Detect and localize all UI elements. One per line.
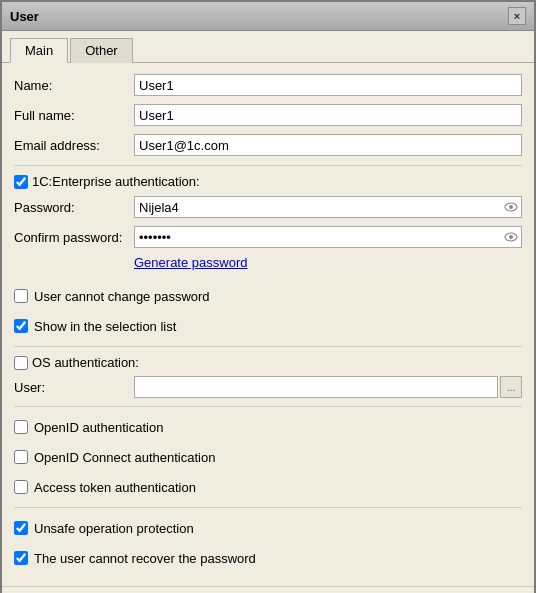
browse-button[interactable]: ... bbox=[500, 376, 522, 398]
os-user-row: User: ... bbox=[14, 376, 522, 398]
confirm-password-input[interactable] bbox=[134, 226, 522, 248]
access-token-checkbox[interactable] bbox=[14, 480, 28, 494]
divider-3 bbox=[14, 406, 522, 407]
openid-connect-checkbox[interactable] bbox=[14, 450, 28, 464]
os-user-input[interactable] bbox=[134, 376, 498, 398]
fullname-label: Full name: bbox=[14, 108, 134, 123]
os-auth-label: OS authentication: bbox=[32, 355, 139, 370]
cannot-recover-label: The user cannot recover the password bbox=[34, 551, 256, 566]
password-row: Password: bbox=[14, 195, 522, 219]
tab-content-main: Name: Full name: Email address: 1C:Enter… bbox=[2, 62, 534, 586]
confirm-password-row: Confirm password: bbox=[14, 225, 522, 249]
name-row: Name: bbox=[14, 73, 522, 97]
password-input-container bbox=[134, 196, 522, 218]
password-input[interactable] bbox=[134, 196, 522, 218]
unsafe-protection-row: Unsafe operation protection bbox=[14, 516, 522, 540]
name-label: Name: bbox=[14, 78, 134, 93]
email-label: Email address: bbox=[14, 138, 134, 153]
tab-main[interactable]: Main bbox=[10, 38, 68, 63]
show-selection-row: Show in the selection list bbox=[14, 314, 522, 338]
generate-password-link[interactable]: Generate password bbox=[134, 255, 247, 270]
os-user-input-container: ... bbox=[134, 376, 522, 398]
tab-bar: Main Other bbox=[2, 31, 534, 62]
unsafe-protection-label: Unsafe operation protection bbox=[34, 521, 194, 536]
password-toggle-icon[interactable] bbox=[502, 198, 520, 216]
divider-2 bbox=[14, 346, 522, 347]
os-auth-row: OS authentication: bbox=[14, 355, 522, 370]
access-token-label: Access token authentication bbox=[34, 480, 196, 495]
cannot-change-password-checkbox[interactable] bbox=[14, 289, 28, 303]
confirm-password-toggle-icon[interactable] bbox=[502, 228, 520, 246]
generate-password-row: Generate password bbox=[14, 255, 522, 276]
cannot-change-password-row: User cannot change password bbox=[14, 284, 522, 308]
enterprise-auth-label: 1C:Enterprise authentication: bbox=[32, 174, 200, 189]
name-input[interactable] bbox=[134, 74, 522, 96]
enterprise-auth-row: 1C:Enterprise authentication: bbox=[14, 174, 522, 189]
openid-auth-checkbox[interactable] bbox=[14, 420, 28, 434]
openid-connect-row: OpenID Connect authentication bbox=[14, 445, 522, 469]
user-dialog: User × Main Other Name: Full name: Email… bbox=[0, 0, 536, 593]
svg-point-3 bbox=[509, 235, 513, 239]
unsafe-protection-checkbox[interactable] bbox=[14, 521, 28, 535]
show-selection-checkbox[interactable] bbox=[14, 319, 28, 333]
divider-1 bbox=[14, 165, 522, 166]
confirm-password-input-container bbox=[134, 226, 522, 248]
password-label: Password: bbox=[14, 200, 134, 215]
openid-auth-label: OpenID authentication bbox=[34, 420, 163, 435]
email-input[interactable] bbox=[134, 134, 522, 156]
os-auth-checkbox[interactable] bbox=[14, 356, 28, 370]
fullname-row: Full name: bbox=[14, 103, 522, 127]
confirm-password-label: Confirm password: bbox=[14, 230, 134, 245]
title-bar: User × bbox=[2, 2, 534, 31]
email-row: Email address: bbox=[14, 133, 522, 157]
divider-4 bbox=[14, 507, 522, 508]
svg-point-1 bbox=[509, 205, 513, 209]
access-token-row: Access token authentication bbox=[14, 475, 522, 499]
openid-auth-row: OpenID authentication bbox=[14, 415, 522, 439]
os-user-label: User: bbox=[14, 380, 134, 395]
cannot-recover-row: The user cannot recover the password bbox=[14, 546, 522, 570]
cannot-change-password-label: User cannot change password bbox=[34, 289, 210, 304]
openid-connect-label: OpenID Connect authentication bbox=[34, 450, 215, 465]
cannot-recover-checkbox[interactable] bbox=[14, 551, 28, 565]
enterprise-auth-checkbox[interactable] bbox=[14, 175, 28, 189]
button-bar: OK Cancel Help bbox=[2, 586, 534, 593]
show-selection-label: Show in the selection list bbox=[34, 319, 176, 334]
fullname-input[interactable] bbox=[134, 104, 522, 126]
tab-other[interactable]: Other bbox=[70, 38, 133, 63]
close-button[interactable]: × bbox=[508, 7, 526, 25]
dialog-title: User bbox=[10, 9, 39, 24]
